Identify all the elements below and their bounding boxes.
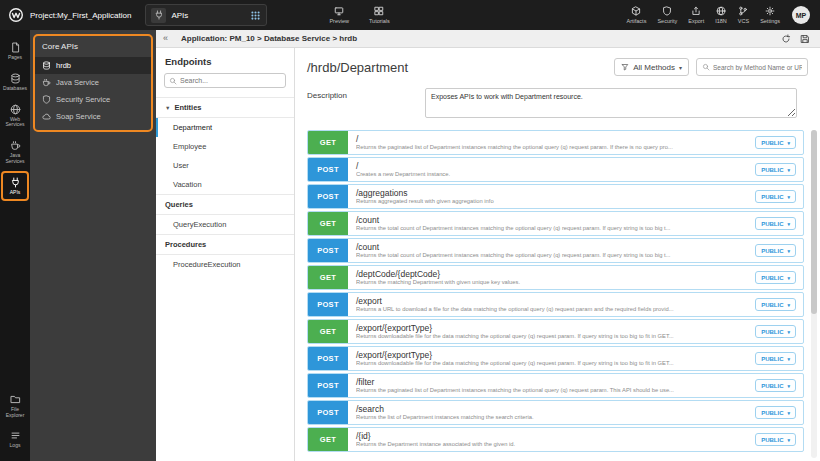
endpoint-item-vacation[interactable]: Vacation [156,175,294,194]
endpoint-text: /filterReturns the paginated list of Dep… [356,377,747,394]
access-dropdown[interactable]: PUBLIC▾ [755,244,796,257]
topbar-artifacts-button[interactable]: Artifacts [627,6,647,24]
export-icon [691,6,701,16]
section-title: Queries [165,200,193,209]
endpoints-section-procedures[interactable]: Procedures [156,234,294,255]
method-badge: POST [308,185,348,208]
access-dropdown[interactable]: PUBLIC▾ [755,163,796,176]
endpoint-item-user[interactable]: User [156,156,294,175]
endpoints-section-queries[interactable]: Queries [156,194,294,215]
topbar-vcs-button[interactable]: VCS [738,6,749,24]
access-dropdown[interactable]: PUBLIC▾ [755,190,796,203]
method-badge: GET [308,266,348,289]
topbar-vcs-label: VCS [738,18,749,24]
endpoints-section-entities[interactable]: ▼Entities [156,97,294,118]
endpoint-row[interactable]: POST/filterReturns the paginated list of… [307,373,804,398]
sidebar-item-web-services[interactable]: Web Services [1,98,29,135]
endpoint-item-department[interactable]: Department [156,118,294,137]
resource-title: /hrdb/Department [307,60,614,75]
topbar-export-button[interactable]: Export [688,6,704,24]
sidebar-item-logs[interactable]: Logs [1,424,29,455]
access-dropdown[interactable]: PUBLIC▾ [755,433,796,446]
endpoint-path: /deptCode/{deptCode} [356,269,747,279]
endpoint-item-queryexecution[interactable]: QueryExecution [156,215,294,234]
access-dropdown[interactable]: PUBLIC▾ [755,379,796,392]
methods-filter-dropdown[interactable]: All Methods ▾ [614,58,689,76]
endpoint-row[interactable]: POST/export/{exportType}Returns download… [307,346,804,371]
breadcrumb-bar: « Application: PM_10 > Database Service … [156,30,820,48]
topbar-i18n-button[interactable]: I18N [715,6,727,24]
core-api-hrdb[interactable]: hrdb [35,57,151,74]
sidebar-item-pages[interactable]: Pages [1,36,29,67]
description-textarea[interactable]: Exposes APIs to work with Department res… [425,88,797,118]
core-api-label: hrdb [56,61,71,70]
core-api-soap-service[interactable]: Soap Service [35,108,151,125]
endpoint-item-employee[interactable]: Employee [156,137,294,156]
endpoint-row[interactable]: GET/countReturns the total count of Depa… [307,211,804,236]
endpoint-row[interactable]: POST/Creates a new Department instance.P… [307,157,804,182]
topbar-security-button[interactable]: Security [657,6,677,24]
cube-icon [631,6,641,16]
topbar-settings-button[interactable]: Settings [760,6,780,24]
sidebar-item-label: Web Services [3,117,27,129]
scrollbar[interactable] [811,130,817,458]
sidebar-item-file-explorer[interactable]: File Explorer [1,388,29,425]
endpoint-path: / [356,161,747,171]
chevron-down-icon: ▾ [787,167,790,173]
coffee-icon [42,78,51,87]
topbar-preview-button[interactable]: Preview [329,6,349,24]
globe-icon [716,6,726,16]
endpoint-item-procedureexecution[interactable]: ProcedureExecution [156,255,294,274]
chevron-down-icon: ▼ [165,105,170,111]
endpoint-row[interactable]: GET/{id}Returns the Department instance … [307,427,804,452]
endpoint-row[interactable]: GET/export/{exportType}Returns downloada… [307,319,804,344]
save-icon[interactable] [800,34,810,44]
endpoint-row[interactable]: POST/countReturns the total count of Dep… [307,238,804,263]
sidebar-item-label: Databases [3,86,27,92]
avatar[interactable]: MP [792,6,810,24]
access-dropdown[interactable]: PUBLIC▾ [755,136,796,149]
topbar: Project:My_First_Application APIs Previe… [0,0,820,30]
collapse-panel-icon[interactable]: « [163,34,168,43]
chevron-down-icon: ▾ [787,410,790,416]
access-dropdown[interactable]: PUBLIC▾ [755,217,796,230]
access-dropdown[interactable]: PUBLIC▾ [755,271,796,284]
topbar-tutorials-button[interactable]: Tutorials [369,6,390,24]
method-badge: POST [308,239,348,262]
topbar-preview-label: Preview [329,18,349,24]
access-dropdown[interactable]: PUBLIC▾ [755,406,796,419]
soap-icon [42,112,51,121]
access-dropdown[interactable]: PUBLIC▾ [755,325,796,338]
endpoint-description: Returns the paginated list of Department… [356,144,747,151]
funnel-icon [621,63,629,71]
sidebar-item-apis[interactable]: APIs [1,171,29,202]
endpoint-path: /search [356,404,747,414]
core-api-security-service[interactable]: Security Service [35,91,151,108]
refresh-icon[interactable] [781,34,791,44]
access-dropdown[interactable]: PUBLIC▾ [755,352,796,365]
access-dropdown[interactable]: PUBLIC▾ [755,298,796,311]
endpoint-row[interactable]: GET/deptCode/{deptCode}Returns the match… [307,265,804,290]
core-api-java-service[interactable]: Java Service [35,74,151,91]
method-badge: GET [308,212,348,235]
method-search-input[interactable] [713,64,802,71]
sidebar-item-java-services[interactable]: Java Services [1,134,29,171]
workspace-selector[interactable]: APIs [145,4,267,26]
sidebar-item-label: Pages [8,55,22,61]
endpoint-description: Returns the paginated list of Department… [356,387,747,394]
method-badge: POST [308,347,348,370]
chevron-down-icon: ▾ [787,329,790,335]
endpoint-row[interactable]: POST/aggregationsReturns aggregated resu… [307,184,804,209]
endpoint-row[interactable]: GET/Returns the paginated list of Depart… [307,130,804,155]
scrollbar-thumb[interactable] [811,130,817,314]
method-badge: POST [308,293,348,316]
main-header: /hrdb/Department All Methods ▾ [295,48,820,82]
grid-icon[interactable] [250,10,261,21]
endpoint-row[interactable]: POST/searchReturns the list of Departmen… [307,400,804,425]
endpoints-search-input[interactable] [180,77,281,84]
method-search [696,58,808,76]
endpoint-text: /Creates a new Department instance. [356,161,747,178]
endpoint-row[interactable]: POST/exportReturns a URL to download a f… [307,292,804,317]
sidebar-item-databases[interactable]: Databases [1,67,29,98]
api-plug-icon [10,177,21,188]
